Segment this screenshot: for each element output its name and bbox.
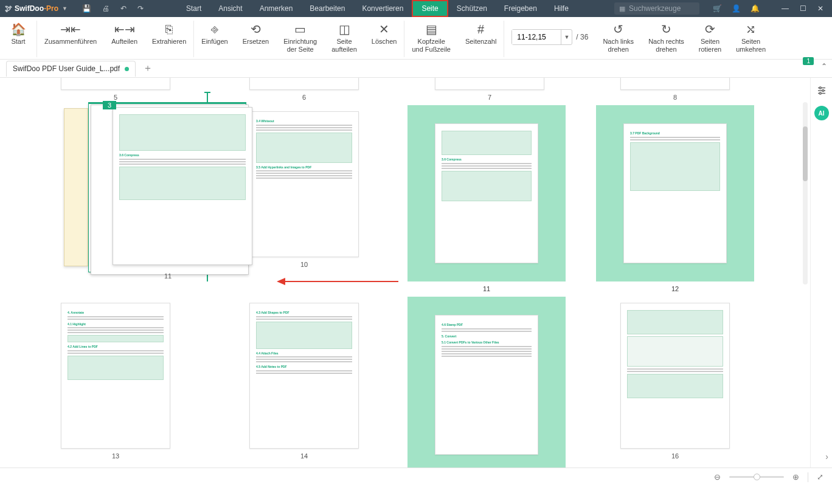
start-label: Start [11,38,25,46]
reverse-pages-label1: Seiten [741,38,760,46]
rotate-left-button[interactable]: ↺ Nach links drehen [595,21,641,55]
page-grid-canvas[interactable]: 5 6 7 8 3.4 Whiteout 3.5 Add Hyperlinks … [0,78,810,468]
thumb-12-selected[interactable]: 3.7 PDF Background 12 [596,105,754,292]
redo-icon[interactable]: ↷ [137,4,144,13]
menu-bearbeiten[interactable]: Bearbeiten [301,0,353,17]
thumb-14-label: 14 [300,452,308,460]
rotate-pages-label2: rotieren [699,46,721,54]
extract-label: Extrahieren [152,38,186,46]
side-expand-icon[interactable]: › [825,452,828,461]
delete-button[interactable]: ✕ Löschen [364,21,404,47]
thumb-12-sel-label: 12 [671,285,679,292]
thumb-5[interactable]: 5 [61,78,170,101]
app-menu-caret-icon[interactable]: ▼ [62,5,68,12]
zoom-in-icon[interactable]: ⊕ [792,472,799,482]
search-placeholder: Suchwerkzeuge [629,4,681,13]
thumb-7[interactable]: 7 [435,78,544,101]
thumb-16[interactable]: 16 [620,303,730,460]
grid-icon: ▦ [619,5,625,13]
thumb-14[interactable]: 4.3 Add Shapes to PDF 4.4 Attach Files 4… [249,303,359,460]
page-range-combo[interactable]: ▼ [511,29,572,45]
ribbon-toolbar: 🏠 Start ⇥⇤ Zusammenführen ⇤⇥ Aufteilen ⎘… [0,17,832,60]
collapse-ribbon-icon[interactable]: ⌃ [821,62,827,71]
menu-konvertieren[interactable]: Konvertieren [353,0,412,17]
split-page-icon: ◫ [339,22,350,36]
thumb-13[interactable]: 4. Annotate 4.1 Highlight 4.2 Add Lines … [61,303,170,460]
rotate-pages-button[interactable]: ⟳ Seiten rotieren [692,21,729,55]
page-range-dropdown-icon[interactable]: ▼ [561,30,572,44]
undo-icon[interactable]: ↶ [120,4,127,13]
insert-button[interactable]: ⎆ Einfügen [194,21,235,47]
menu-anmerken[interactable]: Anmerken [251,0,302,17]
top-menu-bar: 🕊 SwifDoo -Pro ▼ 💾 🖨 ↶ ↷ Start Ansicht A… [0,0,832,17]
bird-icon: 🕊 [5,4,12,13]
settings-icon[interactable] [815,84,828,97]
minimize-icon[interactable]: — [782,4,789,13]
document-tab[interactable]: SwifDoo PDF User Guide_L...pdf [6,61,136,77]
zoom-out-icon[interactable]: ⊖ [714,472,721,482]
page-range-input[interactable] [512,30,561,44]
quick-access-toolbar: 💾 🖨 ↶ ↷ [72,4,153,13]
page-number-label: Seitenzahl [465,38,496,46]
thumb-11-selected[interactable]: 3.6 Compress 11 [407,105,566,292]
header-footer-icon: ▤ [426,22,437,36]
thumb-16-label: 16 [671,452,679,460]
thumb-8[interactable]: 8 [620,78,730,101]
fit-page-icon[interactable]: ⤢ [817,472,823,482]
app-name-a: SwifDoo [15,4,44,13]
rotate-left-label1: Nach links [603,38,634,46]
page-setup-label1: Einrichtung [283,38,317,46]
menu-schuetzen[interactable]: Schützen [448,0,496,17]
menu-ansicht[interactable]: Ansicht [210,0,251,17]
replace-button[interactable]: ⟲ Ersetzen [235,21,276,47]
reverse-pages-icon: ⤭ [746,22,756,36]
user-icon[interactable]: 👤 [732,4,741,13]
page-setup-button[interactable]: ▭ Einrichtung der Seite [276,21,324,55]
vertical-scrollbar[interactable] [803,102,808,285]
close-icon[interactable]: ✕ [817,4,823,13]
print-icon[interactable]: 🖨 [102,4,109,13]
thumb-6[interactable]: 6 [249,78,359,101]
menu-seite[interactable]: Seite [412,0,448,17]
insert-icon: ⎆ [211,22,218,36]
zoom-slider[interactable] [729,476,784,478]
ai-label: AI [819,110,825,117]
extract-button[interactable]: ⎘ Extrahieren [145,21,193,47]
add-tab-button[interactable]: ＋ [143,62,153,75]
merge-icon: ⇥⇤ [60,22,81,36]
cart-icon[interactable]: 🛒 [713,4,722,13]
home-icon: 🏠 [11,22,26,36]
thumb-13-label: 13 [112,452,119,460]
scrollbar-thumb[interactable] [803,126,808,181]
page-number-button[interactable]: # Seitenzahl [458,21,504,47]
split-page-label2: aufteilen [331,46,357,54]
rotate-right-button[interactable]: ↻ Nach rechts drehen [641,21,692,55]
delete-icon: ✕ [379,22,389,36]
page-number-icon: # [477,22,484,36]
split-page-button[interactable]: ◫ Seite aufteilen [324,21,364,55]
replace-label: Ersetzen [243,38,269,46]
reverse-pages-button[interactable]: ⤭ Seiten umkehren [729,21,773,55]
annotation-arrow-icon [277,275,398,290]
thumb-10[interactable]: 3.4 Whiteout 3.5 Add Hyperlinks and Imag… [249,111,359,268]
menu-hilfe[interactable]: Hilfe [546,0,577,17]
menu-start[interactable]: Start [178,0,210,17]
search-tools-box[interactable]: ▦ Suchwerkzeuge [614,2,699,15]
extract-icon: ⎘ [165,22,173,36]
split-button[interactable]: ⇤⇥ Aufteilen [104,21,145,47]
zoom-slider-knob[interactable] [754,474,760,480]
start-button[interactable]: 🏠 Start [0,21,36,47]
save-icon[interactable]: 💾 [82,4,91,13]
merge-button[interactable]: ⇥⇤ Zusammenführen [37,21,104,47]
page-setup-icon: ▭ [294,22,306,36]
document-tab-strip: SwifDoo PDF User Guide_L...pdf ＋ 1 ⌃ [0,60,832,78]
header-footer-button[interactable]: ▤ Kopfzeile und Fußzeile [404,21,458,55]
maximize-icon[interactable]: ☐ [800,4,806,13]
bell-icon[interactable]: 🔔 [751,4,760,13]
svg-point-6 [822,90,823,92]
main-menu: Start Ansicht Anmerken Bearbeiten Konver… [178,0,577,17]
menu-freigeben[interactable]: Freigeben [496,0,546,17]
drag-count-badge: 3 [103,101,116,109]
thumb-15-selected[interactable]: 4.6 Stamp PDF 5. Convert 5.1 Convert PDF… [407,297,566,468]
ai-badge-icon[interactable]: AI [814,106,829,120]
